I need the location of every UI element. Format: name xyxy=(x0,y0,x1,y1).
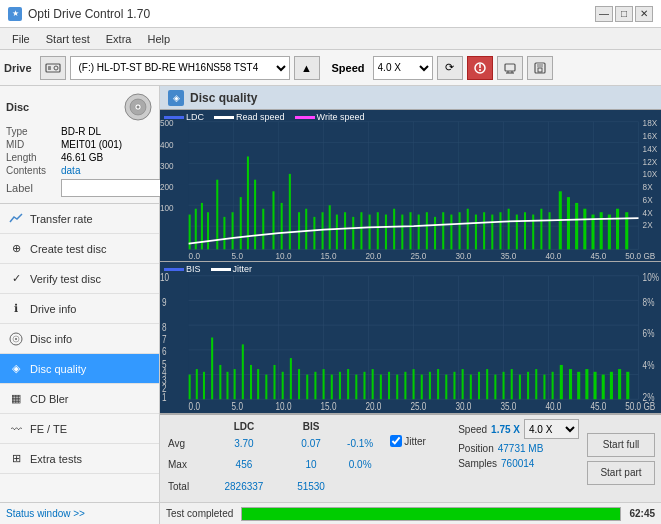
svg-rect-186 xyxy=(602,375,605,400)
titlebar-controls[interactable]: — □ ✕ xyxy=(595,6,653,22)
label-input[interactable] xyxy=(61,179,161,197)
samples-value: 760014 xyxy=(501,458,534,469)
nav-extra-tests-label: Extra tests xyxy=(30,453,82,465)
jitter-checkbox[interactable] xyxy=(390,435,402,447)
svg-rect-70 xyxy=(442,212,444,249)
mid-label: MID xyxy=(6,139,61,150)
start-full-button[interactable]: Start full xyxy=(587,433,655,457)
svg-rect-41 xyxy=(207,212,209,249)
svg-rect-162 xyxy=(404,372,406,399)
drive-select[interactable]: (F:) HL-DT-ST BD-RE WH16NS58 TST4 xyxy=(70,56,290,80)
nav-fe-te-label: FE / TE xyxy=(30,423,67,435)
writespeed-legend-color xyxy=(295,116,315,119)
titlebar-title: Opti Drive Control 1.70 xyxy=(28,7,150,21)
svg-rect-47 xyxy=(254,180,256,250)
svg-rect-64 xyxy=(393,209,395,250)
max-bis: 10 xyxy=(284,455,338,474)
svg-text:20.0: 20.0 xyxy=(366,400,382,412)
drive-icon-btn[interactable] xyxy=(40,56,66,80)
svg-text:8%: 8% xyxy=(643,296,655,308)
content-header-icon: ◈ xyxy=(168,90,184,106)
titlebar: ★ Opti Drive Control 1.70 — □ ✕ xyxy=(0,0,661,28)
status-text: Test completed xyxy=(166,508,233,519)
svg-rect-62 xyxy=(377,212,379,249)
jitter-legend-color xyxy=(211,268,231,271)
col-ldc: LDC xyxy=(206,421,282,432)
svg-point-2 xyxy=(54,66,58,70)
content-header: ◈ Disc quality xyxy=(160,86,661,110)
nav-transfer-rate[interactable]: Transfer rate xyxy=(0,204,159,234)
speed-dropdown[interactable]: 4.0 X xyxy=(524,419,579,439)
nav-create-test-disc[interactable]: ⊕ Create test disc xyxy=(0,234,159,264)
speed-select[interactable]: 4.0 X xyxy=(373,56,433,80)
avg-label: Avg xyxy=(168,434,204,453)
bis-chart-container: BIS Jitter xyxy=(160,262,661,414)
samples-label: Samples xyxy=(458,458,497,469)
svg-rect-1 xyxy=(48,66,51,70)
charts-area: LDC Read speed Write speed xyxy=(160,110,661,502)
nav-drive-info-label: Drive info xyxy=(30,303,76,315)
app-icon: ★ xyxy=(8,7,22,21)
create-test-disc-icon: ⊕ xyxy=(8,241,24,257)
svg-rect-51 xyxy=(289,174,291,250)
nav-drive-info[interactable]: ℹ Drive info xyxy=(0,294,159,324)
nav-extra-tests[interactable]: ⊞ Extra tests xyxy=(0,444,159,474)
svg-rect-182 xyxy=(569,369,572,399)
nav-fe-te[interactable]: 〰 FE / TE xyxy=(0,414,159,444)
settings-btn1[interactable] xyxy=(467,56,493,80)
bis-chart-svg: 10 9 8 7 6 5 4 3 2 1 10% 8% 6% 4% 2% xyxy=(160,262,661,413)
speed-position-section: Speed 1.75 X 4.0 X Position 47731 MB Sam… xyxy=(458,419,579,498)
jitter-label: Jitter xyxy=(404,436,426,447)
avg-ldc: 3.70 xyxy=(206,434,282,453)
settings-btn2[interactable] xyxy=(497,56,523,80)
nav-verify-test-disc[interactable]: ✓ Verify test disc xyxy=(0,264,159,294)
svg-rect-74 xyxy=(475,215,477,250)
svg-rect-156 xyxy=(355,375,357,400)
maximize-button[interactable]: □ xyxy=(615,6,633,22)
contents-label: Contents xyxy=(6,165,61,176)
svg-rect-163 xyxy=(413,369,415,399)
main-area: Disc Type BD-R DL MID MEIT01 (001) Lengt… xyxy=(0,86,661,524)
nav-disc-info-label: Disc info xyxy=(30,333,72,345)
svg-rect-177 xyxy=(527,372,529,399)
svg-rect-85 xyxy=(567,197,570,249)
menu-file[interactable]: File xyxy=(4,31,38,47)
svg-rect-65 xyxy=(401,215,403,250)
svg-rect-174 xyxy=(503,372,505,399)
content-statusbar: Test completed 62:45 xyxy=(160,502,661,524)
nav-cd-bler[interactable]: ▦ CD Bler xyxy=(0,384,159,414)
svg-text:0.0: 0.0 xyxy=(189,400,200,412)
close-button[interactable]: ✕ xyxy=(635,6,653,22)
status-window-btn[interactable]: Status window >> xyxy=(6,508,85,519)
minimize-button[interactable]: — xyxy=(595,6,613,22)
menu-help[interactable]: Help xyxy=(139,31,178,47)
avg-jitter: -0.1% xyxy=(340,434,380,453)
svg-rect-164 xyxy=(421,375,423,400)
disc-length-row: Length 46.61 GB xyxy=(6,152,153,163)
eject-btn[interactable]: ▲ xyxy=(294,56,320,80)
disc-label-row: Label 🔍 xyxy=(6,179,153,197)
disc-icon xyxy=(123,92,153,122)
writespeed-legend-label: Write speed xyxy=(317,112,365,122)
stats-table: LDC BIS Avg 3.70 0.07 -0.1% xyxy=(166,419,382,498)
svg-rect-136 xyxy=(196,369,198,399)
svg-rect-60 xyxy=(360,212,362,249)
start-part-button[interactable]: Start part xyxy=(587,461,655,485)
menu-start-test[interactable]: Start test xyxy=(38,31,98,47)
refresh-btn[interactable]: ⟳ xyxy=(437,56,463,80)
svg-rect-171 xyxy=(478,372,480,399)
svg-rect-71 xyxy=(450,215,452,250)
content-title: Disc quality xyxy=(190,91,257,105)
save-btn[interactable] xyxy=(527,56,553,80)
svg-rect-159 xyxy=(380,375,382,400)
svg-rect-144 xyxy=(257,369,259,399)
svg-rect-80 xyxy=(524,212,526,249)
svg-rect-154 xyxy=(339,372,341,399)
menu-extra[interactable]: Extra xyxy=(98,31,140,47)
svg-rect-161 xyxy=(396,375,398,400)
svg-rect-58 xyxy=(344,212,346,249)
nav-disc-info[interactable]: Disc info xyxy=(0,324,159,354)
svg-text:35.0: 35.0 xyxy=(500,250,516,261)
nav-disc-quality[interactable]: ◈ Disc quality xyxy=(0,354,159,384)
sidebar: Disc Type BD-R DL MID MEIT01 (001) Lengt… xyxy=(0,86,160,524)
